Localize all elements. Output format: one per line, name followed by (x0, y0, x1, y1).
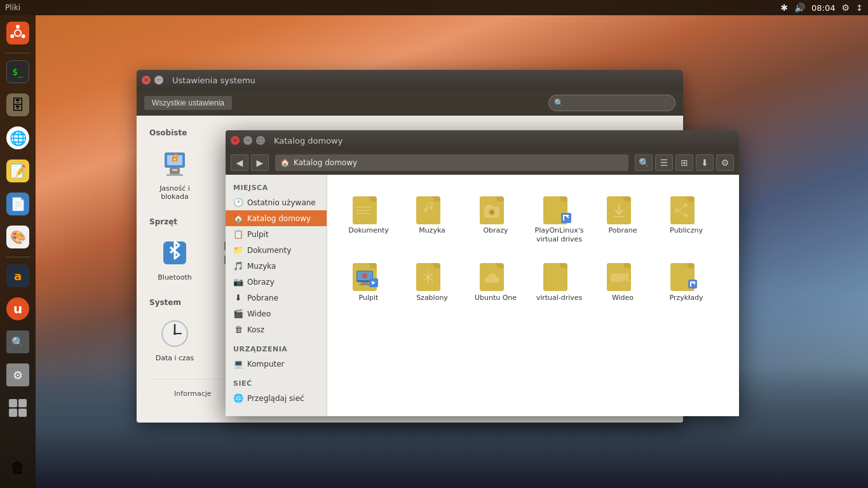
sidebar-divider-1 (5, 53, 31, 53)
sidebar-item-notes[interactable]: 📝 (3, 156, 33, 186)
sidebar-item-files[interactable]: 🗄 (3, 90, 33, 120)
fm-options-button[interactable]: ⚙ (716, 154, 734, 171)
fm-toolbar-right: 🔍 ☰ ⊞ ⬇ ⚙ (635, 154, 734, 171)
fm-wideo-label: Wideo (247, 309, 271, 318)
fm-pobrane-icon: ⬇ (233, 293, 243, 302)
settings-item-dataiczas[interactable]: Data i czas (149, 313, 200, 366)
fm-maximize-button[interactable]: □ (256, 136, 265, 145)
sidebar-item-paint[interactable]: 🎨 (3, 222, 33, 252)
fm-file-pobrane[interactable]: Pobrane (594, 187, 651, 248)
fm-back-button[interactable]: ◀ (231, 154, 248, 171)
fm-body: Miejsca 🕐 Ostatnio używane 🏠 Katalog dom… (226, 175, 739, 416)
fm-sidebar-item-obrazy[interactable]: 📷 Obrazy (226, 274, 327, 290)
fm-close-button[interactable]: ✕ (231, 136, 240, 145)
fm-file-publiczny[interactable]: Publiczny (658, 187, 715, 248)
sidebar-divider-2 (5, 257, 31, 257)
settings-home-button[interactable]: Wszystkie ustawienia (144, 96, 232, 110)
fm-file-ubuntu-one-icon (477, 259, 515, 294)
fm-kosz-label: Kosz (247, 325, 264, 334)
fm-minimize-button[interactable]: ─ (243, 136, 252, 145)
sidebar-item-writer[interactable]: 📄 (3, 189, 33, 219)
svg-point-3 (22, 34, 25, 38)
fm-sidebar-item-dokumenty[interactable]: 📁 Dokumenty (226, 242, 327, 258)
settings-toolbar: Wszystkie ustawienia 🔍 (137, 90, 683, 116)
sidebar-item-workspace[interactable] (3, 393, 33, 423)
fm-file-obrazy[interactable]: Obrazy (467, 187, 524, 248)
fm-pulpit-label: Pulpit (247, 230, 269, 239)
svg-rect-46 (611, 273, 623, 282)
fm-file-pulpit[interactable]: Pulpit (340, 255, 397, 306)
fm-komputer-icon: 💻 (233, 359, 243, 369)
sidebar-item-settings[interactable]: ⚙ (3, 360, 33, 390)
sidebar-item-ubuntu[interactable] (3, 18, 33, 48)
network-panel-icon[interactable]: ↕ (856, 3, 863, 13)
svg-point-33 (675, 208, 679, 212)
sidebar-item-trash[interactable]: 🗑 (3, 452, 33, 483)
fm-file-ubuntu-one[interactable]: Ubuntu One (467, 255, 524, 306)
fm-sidebar-item-kosz[interactable]: 🗑 Kosz (226, 322, 327, 337)
settings-titlebar: ✕ ─ Ustawienia systemu (137, 70, 683, 90)
fm-sidebar-item-ostatnio[interactable]: 🕐 Ostatnio używane (226, 194, 327, 210)
volume-panel-icon[interactable]: 🔊 (794, 3, 805, 13)
sidebar-item-search[interactable]: 🔍 (3, 327, 33, 357)
svg-rect-42 (359, 284, 370, 285)
svg-point-4 (10, 34, 14, 38)
fm-sidebar-item-komputer[interactable]: 💻 Komputer (226, 356, 327, 372)
fm-search-button[interactable]: 🔍 (635, 154, 653, 171)
fm-sidebar-item-muzyka[interactable]: 🎵 Muzyka (226, 258, 327, 274)
sidebar-item-amazon[interactable]: a (3, 261, 33, 291)
fm-muzyka-icon: 🎵 (233, 261, 243, 271)
svg-rect-26 (356, 213, 370, 214)
fm-file-muzyka-label: Muzyka (419, 226, 445, 235)
fm-forward-button[interactable]: ▶ (251, 154, 269, 171)
fm-komputer-label: Komputer (247, 360, 285, 369)
fm-file-wideo-label: Wideo (612, 294, 634, 302)
fm-sidebar-item-katalog[interactable]: 🏠 Katalog domowy (226, 210, 327, 226)
settings-bluetooth-label: Bluetooth (158, 273, 191, 281)
sidebar-item-ubuntu-one[interactable]: u (3, 294, 33, 324)
system-settings-panel-icon[interactable]: ⚙ (842, 3, 850, 13)
fm-file-szablony-icon (413, 259, 451, 294)
settings-bottom-informacje[interactable]: Informacje (149, 386, 236, 410)
fm-file-szablony[interactable]: Szablony (403, 255, 461, 306)
sidebar-item-terminal[interactable]: $_ (3, 57, 33, 87)
sidebar-item-firefox[interactable]: 🌐 (3, 123, 33, 153)
settings-search-icon: 🔍 (554, 98, 564, 107)
fm-file-pobrane-label: Pobrane (609, 226, 637, 235)
fm-sidebar-item-network[interactable]: 🌐 Przeglądaj sieć (226, 390, 327, 406)
bluetooth-panel-icon[interactable]: ✱ (780, 3, 788, 13)
fm-location-home-icon: 🏠 (280, 158, 290, 167)
fm-file-playonlinux[interactable]: PlayOnLinux's virtual drives (531, 187, 588, 248)
fm-sidebar-item-pulpit[interactable]: 📋 Pulpit (226, 226, 327, 242)
fm-file-przyklady[interactable]: Przykłady (658, 255, 715, 306)
app-name-label: Pliki (5, 3, 20, 12)
fm-network-icon: 🌐 (233, 393, 243, 403)
settings-window-title: Ustawienia systemu (172, 76, 255, 85)
fm-list-view-button[interactable]: ☰ (655, 154, 673, 171)
fm-sort-button[interactable]: ⬇ (696, 154, 714, 171)
settings-minimize-button[interactable]: ─ (154, 76, 163, 85)
settings-item-jasnosc[interactable]: Jasność i blokada (149, 144, 200, 205)
settings-item-bluetooth[interactable]: Bluetooth (149, 233, 200, 285)
svg-point-35 (684, 214, 688, 217)
fm-file-virtual-drives[interactable]: virtual-drives (531, 255, 588, 306)
svg-rect-47 (688, 280, 697, 288)
settings-dataiczas-label: Data i czas (156, 354, 194, 362)
fm-sidebar-item-wideo[interactable]: 🎬 Wideo (226, 306, 327, 322)
svg-point-2 (16, 25, 20, 29)
fm-grid-view-button[interactable]: ⊞ (675, 154, 693, 171)
fm-main-area: Dokumenty Muzyka (327, 175, 739, 416)
top-panel-right: ✱ 🔊 08:04 ⚙ ↕ (780, 3, 863, 13)
fm-location-bar[interactable]: 🏠 Katalog domowy (275, 154, 628, 171)
fm-file-wideo[interactable]: Wideo (594, 255, 651, 306)
top-panel-left: Pliki (5, 3, 20, 12)
fm-file-muzyka[interactable]: Muzyka (403, 187, 461, 248)
fm-file-virtual-drives-label: virtual-drives (536, 294, 583, 302)
fm-file-dokumenty[interactable]: Dokumenty (340, 187, 397, 248)
fm-network-section-title: Sieć (226, 377, 327, 390)
settings-search-bar[interactable]: 🔍 (548, 95, 675, 111)
fm-sidebar-item-pobrane[interactable]: ⬇ Pobrane (226, 290, 327, 306)
fm-file-playonlinux-label: PlayOnLinux's virtual drives (534, 226, 584, 245)
settings-close-button[interactable]: ✕ (142, 76, 151, 85)
fm-katalog-icon: 🏠 (233, 214, 243, 223)
